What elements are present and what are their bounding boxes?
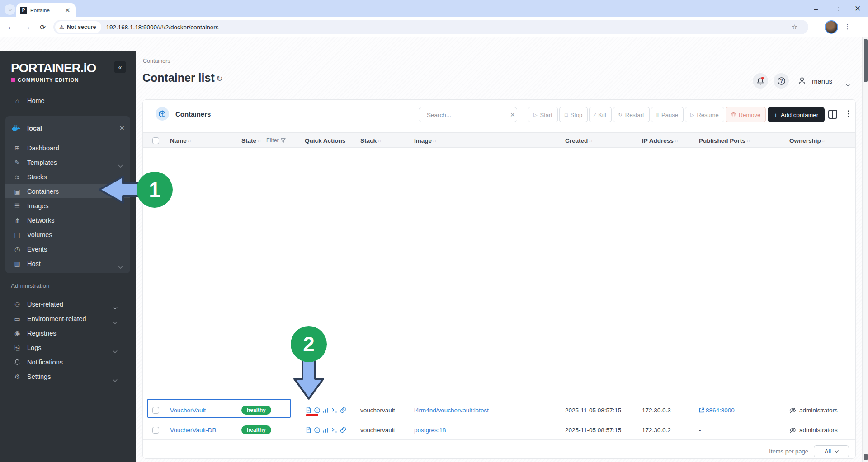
browser-menu-icon[interactable]: ⋮ [844,23,851,31]
tab-search-chevron-icon[interactable] [5,4,15,15]
column-created[interactable]: Created↓↑ [565,133,592,148]
scrollbar-down-arrow[interactable] [864,454,868,460]
image-link[interactable]: l4rm4nd/vouchervault:latest [414,400,489,420]
attach-icon[interactable] [340,427,346,433]
column-ip-address[interactable]: IP Address↓↑ [642,133,678,148]
inspect-icon[interactable] [314,427,320,433]
sidebar-item-registries[interactable]: ◉ Registries [5,327,130,340]
stats-icon[interactable] [323,427,329,433]
items-per-page-select[interactable]: All [814,445,849,457]
resume-button[interactable]: ▷Resume [685,107,724,122]
minimize-button[interactable]: – [806,5,826,13]
restart-button[interactable]: ↻Restart [613,107,650,122]
chevron-down-icon [119,261,122,270]
search-box[interactable]: ✕ [419,107,517,122]
browser-tab[interactable]: P Portaine ✕ [16,3,76,17]
column-image[interactable]: Image↓↑ [414,133,436,148]
portainer-logo[interactable]: PORTAINER.iO [11,61,96,75]
table-row[interactable]: VoucherVault-DB healthy [143,420,855,439]
container-name-link[interactable]: VoucherVault [170,400,206,420]
image-link[interactable]: postgres:18 [414,420,446,440]
notifications-button[interactable] [753,73,768,89]
sidebar-item-stacks[interactable]: ≋ Stacks [5,170,130,184]
reload-icon[interactable]: ⟳ [40,23,46,31]
bell-icon [12,359,23,366]
forward-icon[interactable]: → [24,23,31,32]
sidebar-item-environment-related[interactable]: ▭ Environment-related [5,312,130,326]
clear-search-icon[interactable]: ✕ [510,111,515,118]
sidebar-item-notifications[interactable]: Notifications [5,355,130,369]
column-stack[interactable]: Stack↓↑ [360,133,381,148]
published-ports-link[interactable]: 8864:8000 [699,400,735,420]
eye-slash-icon [789,427,796,433]
column-quick-actions: Quick Actions [305,133,345,148]
environment-close-icon[interactable]: ✕ [119,124,125,132]
sidebar-item-settings[interactable]: ⚙ Settings [5,370,130,383]
table-row[interactable]: VoucherVault healthy [143,400,855,420]
back-icon[interactable]: ← [7,23,15,32]
sidebar-item-logs[interactable]: ⎘ Logs [5,341,130,355]
sidebar-item-host[interactable]: ▥ Host [5,257,130,271]
browser-profile-avatar[interactable] [825,20,838,34]
host-icon: ▥ [12,260,23,267]
sidebar-item-templates[interactable]: ✎ Templates [5,155,130,169]
help-button[interactable]: ? [774,73,789,89]
sidebar-item-volumes[interactable]: ▤ Volumes [5,228,130,242]
sidebar-collapse-button[interactable]: « [114,61,126,73]
browser-tabstrip: P Portaine ✕ – ✕ [0,0,868,17]
add-container-button[interactable]: + Add container [768,107,825,122]
sidebar-item-dashboard[interactable]: ⊞ Dashboard [5,141,130,155]
tab-close-icon[interactable]: ✕ [65,6,71,14]
select-all-checkbox[interactable] [152,133,159,148]
username[interactable]: marius [812,77,832,85]
user-menu-button[interactable] [794,73,810,89]
environment-header[interactable]: local [5,121,130,135]
search-input[interactable] [427,112,507,118]
bookmark-star-icon[interactable]: ☆ [792,23,797,31]
state-filter-button[interactable]: Filter [266,133,286,148]
docker-whale-icon [12,125,23,132]
column-ownership[interactable]: Ownership↓↑ [789,133,826,148]
not-secure-chip[interactable]: ⚠ Not secure [55,21,101,33]
widget-menu-icon[interactable]: ⋮ [844,109,852,118]
column-state[interactable]: State↓↑ [241,133,261,148]
sidebar-item-events[interactable]: ◷ Events [5,242,130,256]
not-secure-label: Not secure [67,24,96,30]
inspect-icon[interactable] [314,407,320,413]
breadcrumb[interactable]: Containers [143,58,170,64]
sidebar-item-images[interactable]: ☰ Images [5,199,130,213]
container-name-link[interactable]: VoucherVault-DB [170,420,217,440]
sidebar-item-home[interactable]: ⌂ Home [5,94,130,107]
close-window-button[interactable]: ✕ [847,4,868,14]
console-icon[interactable] [331,407,338,413]
sidebar-item-user-related[interactable]: ⚇ User-related [5,298,130,311]
url-text[interactable]: 192.168.1.18:9000/#!/2/docker/containers [106,24,218,31]
stop-button[interactable]: □Stop [559,107,588,122]
maximize-button[interactable] [826,5,847,13]
start-button[interactable]: ▷Start [528,107,558,122]
address-bar[interactable]: ⚠ Not secure 192.168.1.18:9000/#!/2/dock… [53,20,808,34]
sidebar-item-networks[interactable]: ⋔ Networks [5,213,130,227]
console-icon[interactable] [331,427,338,433]
pause-button[interactable]: ⅡPause [651,107,684,122]
page-scrollbar[interactable] [862,37,868,462]
stats-icon[interactable] [323,407,329,413]
row-checkbox[interactable] [152,420,159,440]
red-marker-underline [306,414,318,416]
scrollbar-thumb[interactable] [864,39,868,82]
administration-section-label: Administration [11,282,50,289]
row-checkbox[interactable] [152,400,159,420]
logs-icon[interactable] [306,427,311,433]
sidebar-item-containers[interactable]: ▣ Containers [5,184,130,198]
kill-button[interactable]: ∕Kill [589,107,611,122]
column-name[interactable]: Name↓↑ [170,133,191,148]
column-published-ports[interactable]: Published Ports↓↑ [699,133,750,148]
columns-toggle-icon[interactable] [828,110,837,119]
refresh-icon[interactable]: ↻ [216,74,223,84]
logs-icon[interactable] [306,407,311,413]
chevron-down-icon [113,375,117,383]
user-chevron-down-icon[interactable] [846,79,849,88]
remove-button[interactable]: Remove [726,107,766,122]
environment-box: local ✕ ⊞ Dashboard ✎ Templates ≋ Stacks… [5,116,130,273]
attach-icon[interactable] [340,407,346,413]
